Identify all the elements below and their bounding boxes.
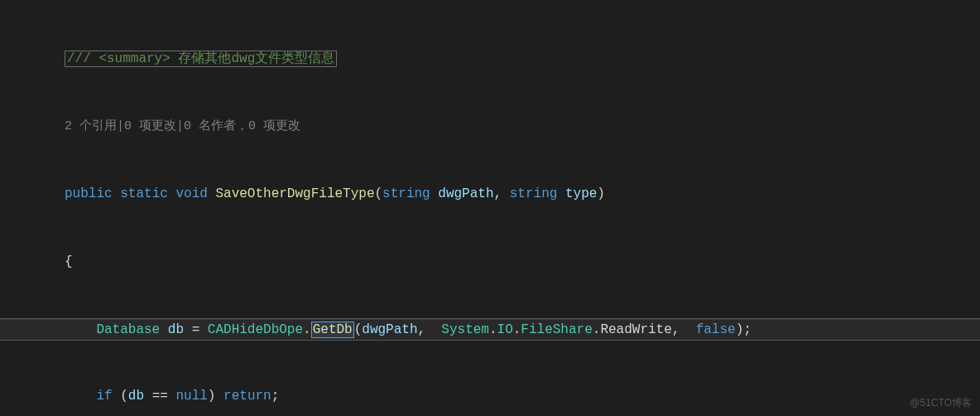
- code-editor[interactable]: /// <summary> 存储其他dwg文件类型信息 2 个引用|0 项更改|…: [0, 0, 980, 416]
- xml-summary: /// <summary> 存储其他dwg文件类型信息: [65, 51, 337, 67]
- code-line[interactable]: /// <summary> 存储其他dwg文件类型信息: [0, 48, 980, 70]
- code-line[interactable]: public static void SaveOtherDwgFileType(…: [0, 183, 980, 206]
- code-line-highlighted[interactable]: Database db = CADHideDbOpe.GetDb(dwgPath…: [0, 318, 980, 341]
- code-line[interactable]: if (db == null) return;: [0, 385, 980, 408]
- watermark: @51CTO博客: [910, 394, 972, 411]
- codelens-info[interactable]: 2 个引用|0 项更改|0 名作者，0 项更改: [0, 116, 980, 138]
- code-line[interactable]: {: [0, 251, 980, 273]
- selected-symbol[interactable]: GetDb: [311, 322, 354, 338]
